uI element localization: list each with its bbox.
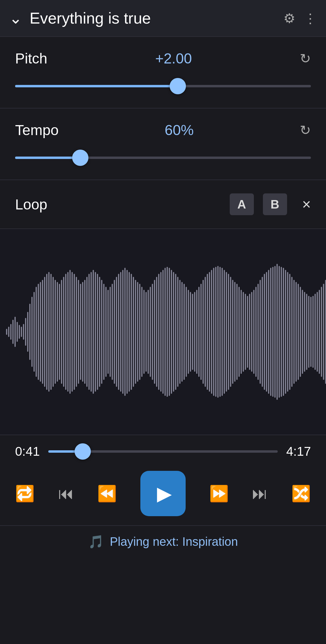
play-icon: ▶: [157, 482, 172, 505]
wave-bar: [253, 290, 254, 374]
wave-bar: [162, 270, 164, 394]
chevron-down-icon[interactable]: ⌄: [9, 10, 22, 26]
wave-bar: [186, 287, 187, 377]
wave-bar: [139, 284, 140, 380]
wave-bar: [224, 270, 225, 394]
wave-bar: [283, 268, 284, 396]
wave-bar: [272, 267, 273, 397]
wave-bar: [67, 272, 69, 392]
loop-b-button[interactable]: B: [263, 193, 287, 215]
wave-bar: [308, 296, 309, 368]
pitch-reset-icon[interactable]: ↻: [300, 51, 311, 66]
wave-bar: [23, 324, 24, 340]
wave-bar: [78, 280, 79, 384]
wave-bar: [171, 270, 172, 394]
wave-bar: [255, 287, 257, 377]
loop-a-button[interactable]: A: [230, 193, 254, 215]
wave-bar: [19, 325, 20, 339]
skip-prev-icon[interactable]: ⏮: [58, 484, 74, 503]
wave-bar: [93, 270, 94, 394]
wave-bar: [203, 280, 204, 384]
total-time: 4:17: [286, 444, 311, 459]
wave-bar: [65, 274, 66, 390]
wave-bar: [260, 280, 261, 384]
wave-bar: [192, 294, 193, 370]
tempo-slider-thumb[interactable]: [72, 150, 88, 166]
wave-bar: [238, 287, 240, 377]
wave-bar: [179, 280, 181, 384]
wave-bar: [69, 270, 71, 394]
wave-bar: [323, 284, 324, 380]
pitch-row: Pitch +2.00 ↻: [15, 50, 311, 67]
wave-bar: [40, 282, 41, 382]
wave-bar: [154, 280, 155, 384]
tempo-reset-icon[interactable]: ↻: [300, 122, 311, 138]
wave-bar: [152, 284, 153, 380]
wave-bar: [175, 274, 176, 390]
loop-row: Loop A B ×: [15, 193, 311, 215]
wave-bar: [268, 270, 269, 394]
wave-bar: [279, 266, 280, 398]
wave-bar: [219, 267, 221, 397]
wave-bar: [243, 292, 244, 372]
tempo-slider[interactable]: [15, 149, 311, 166]
wave-bar: [150, 287, 151, 377]
wave-bar: [222, 268, 223, 396]
wave-bar: [103, 284, 104, 380]
more-vert-icon[interactable]: ⋮: [304, 11, 317, 26]
wave-bar: [300, 287, 301, 377]
wave-bar: [31, 297, 33, 367]
wave-bar: [281, 267, 282, 397]
wave-bar: [296, 282, 297, 382]
pitch-slider[interactable]: [15, 78, 311, 95]
wave-bar: [48, 272, 50, 392]
wave-bar: [116, 277, 117, 387]
skip-next-icon[interactable]: ⏭: [252, 484, 268, 503]
wave-bar: [34, 292, 35, 372]
next-up-text: Playing next: Inspiration: [110, 535, 238, 549]
wave-bar: [207, 274, 208, 390]
wave-bar: [141, 287, 142, 377]
repeat-icon[interactable]: 🔁: [15, 484, 35, 503]
wave-bar: [181, 282, 183, 382]
loop-close-button[interactable]: ×: [302, 196, 311, 213]
waveform-display[interactable]: [0, 229, 326, 435]
wave-bar: [213, 268, 214, 396]
progress-thumb[interactable]: [75, 443, 91, 460]
wave-bar: [59, 284, 60, 380]
fast-forward-icon[interactable]: ⏩: [209, 484, 229, 503]
wave-bar: [306, 294, 307, 370]
wave-bar: [173, 272, 174, 392]
wave-bar: [148, 290, 149, 374]
shuffle-icon[interactable]: 🔀: [291, 484, 311, 503]
wave-bar: [293, 280, 295, 384]
wave-bar: [25, 318, 26, 346]
settings-sliders-icon[interactable]: ⚙: [283, 11, 295, 26]
wave-bar: [133, 277, 134, 387]
wave-bar: [131, 274, 132, 390]
wave-bar: [226, 272, 227, 392]
pitch-slider-thumb[interactable]: [170, 78, 186, 94]
next-up-bar[interactable]: 🎵 Playing next: Inspiration: [0, 525, 326, 561]
wave-bar: [247, 296, 248, 368]
wave-bar: [88, 274, 90, 390]
progress-bar[interactable]: [48, 450, 278, 453]
wave-bar: [50, 274, 52, 390]
wave-bar: [55, 280, 56, 384]
wave-bar: [95, 272, 96, 392]
header-left: ⌄ Everything is true: [9, 9, 151, 27]
wave-bar: [215, 267, 216, 397]
play-button[interactable]: ▶: [140, 471, 186, 516]
wave-bar: [217, 266, 219, 398]
wave-bar: [234, 282, 235, 382]
wave-bar: [118, 274, 119, 390]
wave-bar: [112, 284, 113, 380]
pitch-section: Pitch +2.00 ↻: [0, 37, 326, 108]
wave-bar: [137, 282, 138, 382]
wave-bar: [135, 280, 136, 384]
wave-bar: [38, 284, 39, 380]
rewind-icon[interactable]: ⏪: [97, 484, 117, 503]
wave-bar: [91, 272, 92, 392]
waveform-canvas: [0, 229, 326, 435]
wave-bar: [270, 268, 271, 396]
